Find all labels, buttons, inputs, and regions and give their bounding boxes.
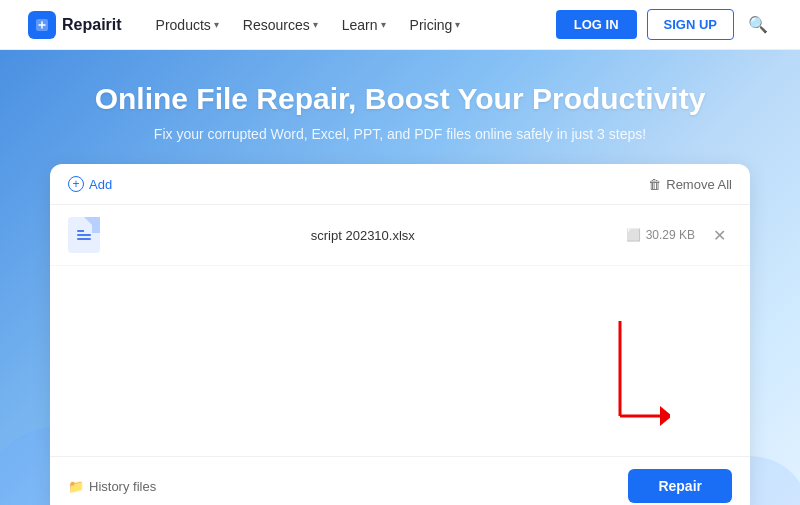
card-header: + Add 🗑 Remove All: [50, 164, 750, 205]
add-button[interactable]: + Add: [68, 176, 112, 192]
svg-marker-3: [660, 406, 670, 426]
chevron-down-icon: ▾: [214, 19, 219, 30]
remove-all-button[interactable]: 🗑 Remove All: [648, 177, 732, 192]
plus-circle-icon: +: [68, 176, 84, 192]
arrow-container: [610, 316, 670, 450]
chevron-down-icon: ▾: [381, 19, 386, 30]
file-size: 30.29 KB: [646, 228, 695, 242]
file-size-wrap: ⬜ 30.29 KB: [626, 228, 695, 242]
file-icon: [68, 217, 100, 253]
login-button[interactable]: LOG IN: [556, 10, 637, 39]
history-icon: 📁: [68, 479, 84, 494]
hero-title: Online File Repair, Boost Your Productiv…: [20, 82, 780, 116]
trash-icon: 🗑: [648, 177, 661, 192]
signup-button[interactable]: SIGN UP: [647, 9, 734, 40]
hero-subtitle: Fix your corrupted Word, Excel, PPT, and…: [20, 126, 780, 142]
file-line: [77, 238, 91, 240]
file-row: script 202310.xlsx ⬜ 30.29 KB ✕: [50, 205, 750, 266]
upload-card: + Add 🗑 Remove All script 202310.xlsx ⬜ …: [50, 164, 750, 505]
card-footer: 📁 History files Repair: [50, 456, 750, 505]
logo-text: Repairit: [62, 16, 122, 34]
history-button[interactable]: 📁 History files: [68, 479, 156, 494]
search-icon[interactable]: 🔍: [744, 11, 772, 38]
card-body: [50, 266, 750, 456]
nav-links: Products ▾ Resources ▾ Learn ▾ Pricing ▾: [146, 11, 556, 39]
logo-icon: [28, 11, 56, 39]
file-size-icon: ⬜: [626, 228, 641, 242]
nav-learn[interactable]: Learn ▾: [332, 11, 396, 39]
nav-pricing[interactable]: Pricing ▾: [400, 11, 471, 39]
nav-products[interactable]: Products ▾: [146, 11, 229, 39]
logo[interactable]: Repairit: [28, 11, 122, 39]
file-line: [77, 234, 91, 236]
file-lines: [73, 226, 95, 244]
hero-section: Online File Repair, Boost Your Productiv…: [0, 50, 800, 505]
nav-actions: LOG IN SIGN UP 🔍: [556, 9, 772, 40]
file-name: script 202310.xlsx: [112, 228, 614, 243]
file-line: [77, 230, 91, 232]
repair-button[interactable]: Repair: [628, 469, 732, 503]
navbar: Repairit Products ▾ Resources ▾ Learn ▾ …: [0, 0, 800, 50]
nav-resources[interactable]: Resources ▾: [233, 11, 328, 39]
red-arrow-icon: [610, 316, 670, 446]
chevron-down-icon: ▾: [313, 19, 318, 30]
close-button[interactable]: ✕: [707, 224, 732, 247]
chevron-down-icon: ▾: [455, 19, 460, 30]
